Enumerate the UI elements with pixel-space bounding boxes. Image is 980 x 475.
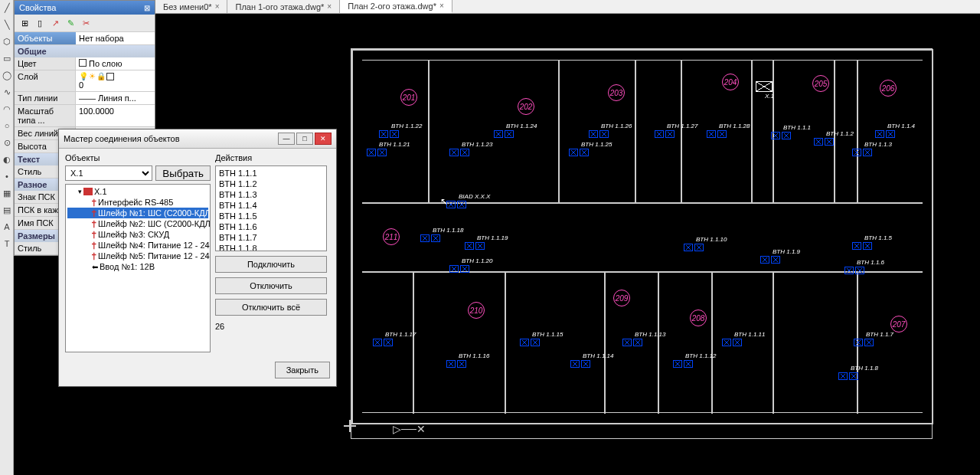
device-symbol: [465, 242, 474, 250]
room-label: 206: [880, 80, 897, 97]
device-label: BTH 1.1.10: [696, 236, 727, 243]
tree-item[interactable]: ϮШлейф №2: ШС (С2000-КДЛ): [67, 218, 208, 229]
tool-icon[interactable]: ⊙: [1, 138, 13, 152]
device-symbol: [379, 130, 388, 138]
tree-item[interactable]: ▾X.1: [67, 186, 208, 197]
object-tree[interactable]: ▾X.1ϮИнтерфейс RS-485ϮШлейф №1: ШС (С200…: [65, 184, 211, 352]
device-symbol: [367, 149, 376, 156]
device-label: BTH 1.1.9: [773, 248, 800, 255]
device-label: BTH 1.1.20: [462, 257, 492, 264]
toolbar-icon[interactable]: ▯: [33, 16, 47, 30]
device-symbol: [673, 360, 682, 368]
tool-icon[interactable]: ▤: [1, 205, 13, 219]
tool-icon[interactable]: ╱: [1, 3, 13, 17]
floor-plan: [351, 48, 933, 439]
device-label: BTH 1.1.18: [433, 227, 463, 234]
tree-item[interactable]: ϮШлейф №4: Питание 12 - 24 В: [67, 240, 208, 251]
device-label: BTH 1.1.7: [866, 331, 893, 338]
device-label: BTH 1.1.11: [734, 331, 765, 338]
tool-icon[interactable]: ○: [1, 121, 13, 135]
dialog-close-button[interactable]: Закрыть: [275, 362, 330, 378]
close-button[interactable]: ✕: [315, 133, 332, 145]
close-icon[interactable]: ×: [327, 2, 332, 11]
toolbar-icon[interactable]: ↗: [48, 16, 62, 30]
tool-icon[interactable]: ╲: [1, 20, 13, 34]
tree-item[interactable]: ϮШлейф №5: Питание 12 - 24 В: [67, 251, 208, 261]
room-label: 201: [400, 89, 417, 106]
list-item[interactable]: BTH 1.1.7: [217, 232, 325, 243]
list-item[interactable]: BTH 1.1.6: [217, 221, 325, 232]
device-symbol: [771, 132, 780, 139]
room-label: 207: [890, 316, 907, 332]
tab-floor2[interactable]: План 2-ого этажа.dwg*×: [340, 0, 452, 13]
objects-label: Объекты: [65, 153, 211, 162]
minimize-button[interactable]: —: [278, 133, 295, 145]
toolbar-icon[interactable]: ⊞: [18, 16, 31, 30]
tool-icon[interactable]: •: [1, 172, 13, 185]
list-item[interactable]: BTH 1.1.8: [217, 243, 325, 251]
object-select[interactable]: X.1: [65, 165, 152, 181]
list-item[interactable]: BTH 1.1.4: [217, 200, 325, 211]
prop-scale[interactable]: Масштаб типа ...100.0000: [15, 105, 155, 127]
tree-item[interactable]: ϮШлейф №3: СКУД: [67, 229, 208, 240]
device-label: BTH 1.1.8: [851, 365, 878, 372]
left-toolbar: ╱ ╲ ⬡ ▭ ◯ ∿ ◠ ○ ⊙ ◐ • ▦ ▤ A T: [0, 0, 14, 475]
disconnect-button[interactable]: Отключить: [215, 277, 327, 294]
device-symbol: [520, 339, 529, 346]
room-label: 204: [722, 74, 739, 90]
room-label: 209: [613, 290, 630, 306]
tool-icon[interactable]: ∿: [1, 87, 13, 101]
tool-icon[interactable]: T: [1, 239, 13, 253]
tool-icon[interactable]: ⬡: [1, 37, 13, 51]
connect-button[interactable]: Подключить: [215, 256, 327, 273]
prop-linetype[interactable]: Тип линии—— Линия п...: [15, 92, 155, 105]
list-item[interactable]: BTH 1.1.3: [217, 189, 325, 200]
close-icon[interactable]: ⊠: [144, 4, 150, 12]
tool-icon[interactable]: ▦: [1, 188, 13, 202]
tree-item[interactable]: ϮИнтерфейс RS-485: [67, 197, 208, 208]
tree-item[interactable]: ϮШлейф №1: ШС (С2000-КДЛ): [67, 208, 208, 218]
device-label: BTH 1.1.14: [583, 352, 613, 359]
objects-row: Объекты Нет набора: [15, 32, 155, 45]
list-item[interactable]: BTH 1.1.1: [217, 168, 325, 179]
toolbar-icon[interactable]: ✂: [79, 16, 93, 30]
tool-icon[interactable]: ◯: [1, 70, 13, 84]
panel-title: Свойства ⊠: [15, 1, 155, 15]
maximize-button[interactable]: □: [296, 133, 313, 145]
disconnect-all-button[interactable]: Отключить всё: [215, 299, 327, 316]
connection-wizard-dialog: Мастер соединения объектов — □ ✕ Объекты…: [58, 129, 337, 387]
room-label: 202: [518, 98, 534, 115]
tool-icon[interactable]: ◠: [1, 104, 13, 118]
device-symbol: [760, 256, 769, 264]
device-label: BTH 1.1.22: [391, 123, 422, 129]
device-symbol: [707, 130, 716, 138]
room-label: 205: [812, 75, 829, 92]
device-symbol: [494, 130, 503, 138]
tool-icon[interactable]: ◐: [1, 155, 13, 169]
dialog-titlebar[interactable]: Мастер соединения объектов — □ ✕: [59, 129, 336, 149]
device-label: BTH 1.1.25: [581, 141, 612, 148]
device-label: BTH 1.1.2: [826, 130, 854, 137]
close-icon[interactable]: ×: [439, 2, 444, 10]
prop-color[interactable]: ЦветПо слою: [15, 57, 155, 70]
list-item[interactable]: BTH 1.1.2: [217, 179, 325, 189]
tree-item[interactable]: ⬅Ввод №1: 12В: [67, 261, 208, 272]
tool-icon[interactable]: A: [1, 222, 13, 236]
action-list[interactable]: BTH 1.1.1BTH 1.1.2BTH 1.1.3BTH 1.1.4BTH …: [215, 165, 327, 251]
device-label: BTH 1.1.5: [864, 234, 892, 241]
actions-label: Действия: [215, 153, 327, 162]
list-item[interactable]: BTH 1.1.5: [217, 211, 325, 221]
select-button[interactable]: Выбрать: [155, 165, 211, 181]
toolbar-icon[interactable]: ✎: [64, 16, 77, 30]
close-icon[interactable]: ×: [215, 2, 220, 11]
tool-icon[interactable]: ▭: [1, 54, 13, 67]
device-label: BTH 1.1.4: [887, 123, 915, 129]
device-label: BTH 1.1.16: [459, 352, 489, 359]
tab-unnamed[interactable]: Без имени0*×: [155, 0, 227, 13]
device-symbol: [589, 130, 598, 138]
prop-layer[interactable]: Слой💡☀🔒0: [15, 70, 155, 92]
device-symbol: [838, 372, 848, 380]
ucs-icon: [345, 359, 360, 389]
device-x1: [756, 81, 773, 92]
tab-floor1[interactable]: План 1-ого этажа.dwg*×: [227, 0, 340, 13]
